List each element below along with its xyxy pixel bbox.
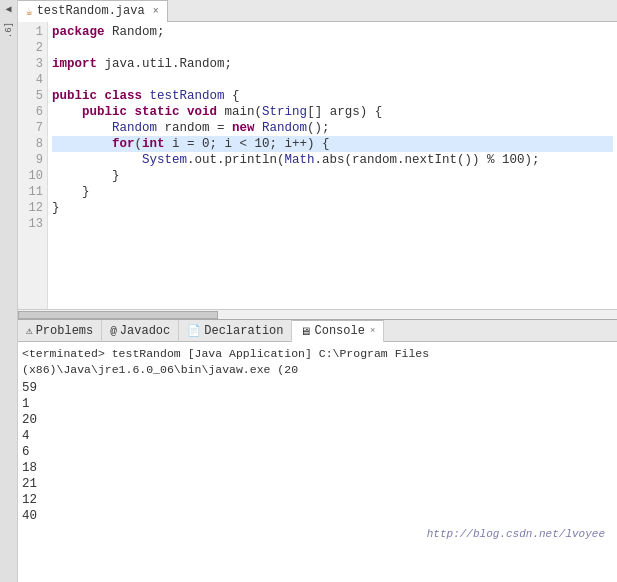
editor-tab-bar: ☕ testRandom.java ×: [18, 0, 617, 22]
console-footer: http://blog.csdn.net/lvoyee: [22, 524, 613, 544]
console-content[interactable]: <terminated> testRandom [Java Applicatio…: [18, 342, 617, 582]
collapse-arrow[interactable]: ◀: [5, 2, 11, 18]
line-num: 9: [18, 152, 43, 168]
code-line-6: public static void main(String[] args) {: [52, 104, 613, 120]
code-line-10: }: [52, 168, 613, 184]
output-line: 12: [22, 492, 613, 508]
line-num: 7: [18, 120, 43, 136]
tab-declaration[interactable]: 📄 Declaration: [179, 320, 292, 342]
line-num: 4: [18, 72, 43, 88]
code-line-9: System.out.println(Math.abs(random.nextI…: [52, 152, 613, 168]
main-content: ☕ testRandom.java × 1 2 3 4 5 6 7 8 9: [18, 0, 617, 582]
console-header: <terminated> testRandom [Java Applicatio…: [22, 344, 613, 380]
editor-scrollbar[interactable]: [18, 309, 617, 319]
line-num: 5: [18, 88, 43, 104]
console-icon: 🖥: [300, 325, 311, 338]
line-num: 6: [18, 104, 43, 120]
line-numbers: 1 2 3 4 5 6 7 8 9 10 11 12 13: [18, 22, 48, 309]
line-num: 8: [18, 136, 43, 152]
output-line: 20: [22, 412, 613, 428]
bottom-tab-bar: ⚠ Problems @ Javadoc 📄 Declaration 🖥 Con…: [18, 320, 617, 342]
code-line-11: }: [52, 184, 613, 200]
declaration-icon: 📄: [187, 324, 201, 337]
editor-tab-close[interactable]: ×: [153, 6, 159, 17]
line-num: 3: [18, 56, 43, 72]
left-sidebar: ◀ .6]: [0, 0, 18, 582]
problems-icon: ⚠: [26, 324, 33, 337]
output-line: 18: [22, 460, 613, 476]
java-file-icon: ☕: [26, 5, 33, 18]
code-content[interactable]: package Random; import java.util.Random;…: [48, 22, 617, 309]
output-line: 4: [22, 428, 613, 444]
editor-scrollbar-thumb[interactable]: [18, 311, 218, 319]
tab-declaration-label: Declaration: [204, 324, 283, 338]
app-layout: ◀ .6] ☕ testRandom.java × 1 2 3 4: [0, 0, 617, 582]
output-line: 6: [22, 444, 613, 460]
code-line-5: public class testRandom {: [52, 88, 613, 104]
editor-container: ☕ testRandom.java × 1 2 3 4 5 6 7 8 9: [18, 0, 617, 320]
javadoc-icon: @: [110, 325, 117, 337]
code-area: 1 2 3 4 5 6 7 8 9 10 11 12 13 package Ra…: [18, 22, 617, 309]
code-line-13: [52, 216, 613, 232]
editor-tab-label: testRandom.java: [37, 4, 145, 18]
output-line: 21: [22, 476, 613, 492]
line-num: 13: [18, 216, 43, 232]
tab-javadoc[interactable]: @ Javadoc: [102, 320, 179, 342]
code-line-3: import java.util.Random;: [52, 56, 613, 72]
code-line-4: [52, 72, 613, 88]
line-num: 12: [18, 200, 43, 216]
tab-javadoc-label: Javadoc: [120, 324, 170, 338]
code-line-2: [52, 40, 613, 56]
tab-problems[interactable]: ⚠ Problems: [18, 320, 102, 342]
editor-tab[interactable]: ☕ testRandom.java ×: [18, 0, 168, 22]
line-num: 2: [18, 40, 43, 56]
tab-problems-label: Problems: [36, 324, 94, 338]
tab-console[interactable]: 🖥 Console ×: [292, 320, 384, 342]
output-line: 40: [22, 508, 613, 524]
output-line: 59: [22, 380, 613, 396]
bottom-panel: ⚠ Problems @ Javadoc 📄 Declaration 🖥 Con…: [18, 320, 617, 582]
output-line: 1: [22, 396, 613, 412]
code-line-12: }: [52, 200, 613, 216]
line-num: 11: [18, 184, 43, 200]
code-line-1: package Random;: [52, 24, 613, 40]
console-tab-close[interactable]: ×: [370, 326, 375, 336]
tab-console-label: Console: [314, 324, 364, 338]
side-label: .6]: [4, 22, 14, 38]
line-num: 1: [18, 24, 43, 40]
code-line-8: for(int i = 0; i < 10; i++) {: [52, 136, 613, 152]
code-line-7: Random random = new Random();: [52, 120, 613, 136]
line-num: 10: [18, 168, 43, 184]
console-output: 59 1 20 4 6 18 21 12 40: [22, 380, 613, 524]
